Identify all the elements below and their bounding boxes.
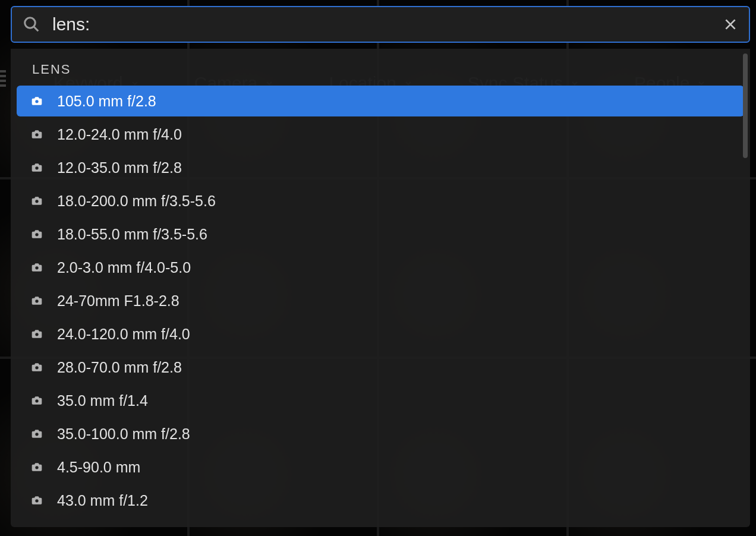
camera-icon — [31, 328, 43, 340]
svg-point-7 — [35, 200, 38, 203]
svg-point-8 — [35, 233, 38, 236]
scrollbar-thumb[interactable] — [743, 53, 748, 158]
suggestion-item[interactable]: 12.0-24.0 mm f/4.0 — [17, 119, 744, 150]
camera-icon — [31, 261, 43, 273]
svg-point-5 — [35, 133, 38, 136]
suggestion-label: 18.0-200.0 mm f/3.5-5.6 — [57, 193, 216, 210]
svg-point-10 — [35, 299, 38, 302]
camera-icon — [31, 494, 43, 506]
suggestion-item[interactable]: 24.0-120.0 mm f/4.0 — [17, 319, 744, 349]
camera-icon — [31, 361, 43, 373]
camera-icon — [31, 95, 43, 107]
svg-point-16 — [35, 499, 38, 502]
clear-icon[interactable] — [723, 17, 738, 32]
svg-point-15 — [35, 466, 38, 469]
suggestion-label: 24-70mm F1.8-2.8 — [57, 292, 179, 310]
svg-point-12 — [35, 366, 38, 369]
suggestion-item[interactable]: 18.0-200.0 mm f/3.5-5.6 — [17, 185, 744, 216]
suggestion-label: 12.0-24.0 mm f/4.0 — [57, 126, 182, 143]
suggestions-section-label: LENS — [11, 57, 750, 86]
suggestion-label: 35.0-100.0 mm f/2.8 — [57, 425, 190, 443]
camera-icon — [31, 295, 43, 307]
svg-point-4 — [35, 100, 38, 103]
suggestion-label: 28.0-70.0 mm f/2.8 — [57, 359, 182, 376]
suggestion-item[interactable]: 105.0 mm f/2.8 — [17, 86, 744, 116]
search-suggestions-dropdown: LENS 105.0 mm f/2.812.0-24.0 mm f/4.012.… — [11, 49, 750, 527]
suggestion-item[interactable]: 18.0-55.0 mm f/3.5-5.6 — [17, 219, 744, 250]
suggestion-label: 18.0-55.0 mm f/3.5-5.6 — [57, 226, 207, 243]
suggestion-label: 2.0-3.0 mm f/4.0-5.0 — [57, 259, 191, 276]
suggestion-item[interactable]: 24-70mm F1.8-2.8 — [17, 285, 744, 316]
suggestion-label: 12.0-35.0 mm f/2.8 — [57, 159, 182, 176]
suggestion-item[interactable]: 12.0-35.0 mm f/2.8 — [17, 152, 744, 183]
svg-point-14 — [35, 433, 38, 436]
svg-point-6 — [35, 166, 38, 169]
suggestion-item[interactable]: 4.5-90.0 mm — [17, 452, 744, 483]
search-icon — [23, 15, 40, 33]
camera-icon — [31, 162, 43, 174]
camera-icon — [31, 395, 43, 406]
svg-point-13 — [35, 399, 38, 402]
camera-icon — [31, 228, 43, 240]
search-bar[interactable] — [11, 6, 750, 43]
suggestion-item[interactable]: 35.0 mm f/1.4 — [17, 385, 744, 416]
suggestion-label: 24.0-120.0 mm f/4.0 — [57, 326, 190, 343]
svg-point-9 — [35, 266, 38, 269]
camera-icon — [31, 128, 43, 140]
suggestion-label: 4.5-90.0 mm — [57, 459, 140, 476]
suggestion-label: 35.0 mm f/1.4 — [57, 392, 148, 409]
camera-icon — [31, 428, 43, 440]
svg-line-1 — [34, 27, 39, 31]
search-input[interactable] — [52, 14, 723, 34]
camera-icon — [31, 195, 43, 207]
svg-point-0 — [25, 18, 36, 29]
camera-icon — [31, 461, 43, 473]
suggestion-label: 43.0 mm f/1.2 — [57, 492, 148, 509]
suggestion-item[interactable]: 28.0-70.0 mm f/2.8 — [17, 352, 744, 383]
suggestion-item[interactable]: 43.0 mm f/1.2 — [17, 485, 744, 516]
suggestion-item[interactable]: 35.0-100.0 mm f/2.8 — [17, 418, 744, 449]
suggestion-label: 105.0 mm f/2.8 — [57, 93, 156, 110]
svg-point-11 — [35, 333, 38, 336]
suggestions-list: 105.0 mm f/2.812.0-24.0 mm f/4.012.0-35.… — [11, 86, 750, 516]
suggestion-item[interactable]: 2.0-3.0 mm f/4.0-5.0 — [17, 252, 744, 283]
